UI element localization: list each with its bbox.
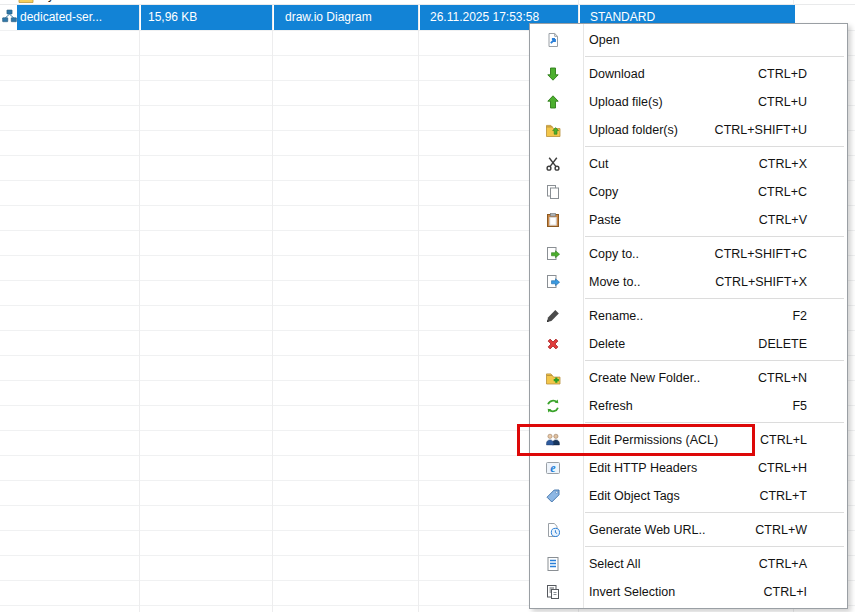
menu-item-label: Paste xyxy=(589,213,621,227)
menu-item-shortcut: CTRL+L xyxy=(760,433,847,447)
menu-item-label: Edit Permissions (ACL) xyxy=(589,433,718,447)
menu-item-label: Invert Selection xyxy=(589,585,675,599)
menu-item-generate-web-url[interactable]: Generate Web URL..CTRL+W xyxy=(530,516,847,544)
menu-item-invert-selection[interactable]: Invert SelectionCTRL+I xyxy=(530,578,847,606)
menu-item-cut[interactable]: CutCTRL+X xyxy=(530,150,847,178)
web-url-icon xyxy=(543,520,563,540)
copy-icon xyxy=(543,182,563,202)
copy-to-icon xyxy=(543,244,563,264)
menu-item-shortcut: F5 xyxy=(792,399,847,413)
menu-separator xyxy=(585,236,844,237)
file-type-cell: draw.io Diagram xyxy=(274,5,418,30)
menu-item-open[interactable]: Open xyxy=(530,26,847,54)
menu-item-shortcut: CTRL+SHIFT+X xyxy=(715,275,847,289)
menu-item-label: Cut xyxy=(589,157,608,171)
partial-folder-name: My new folder xyxy=(38,0,113,2)
open-icon xyxy=(543,30,563,50)
paste-icon xyxy=(543,210,563,230)
cut-icon xyxy=(543,154,563,174)
menu-item-label: Create New Folder.. xyxy=(589,371,700,385)
folder-icon xyxy=(18,0,34,4)
menu-item-shortcut: CTRL+SHIFT+U xyxy=(715,123,847,137)
column-gridline xyxy=(418,0,419,612)
menu-separator xyxy=(585,298,844,299)
menu-item-label: Upload folder(s) xyxy=(589,123,678,137)
menu-item-copy-to[interactable]: Copy to..CTRL+SHIFT+C xyxy=(530,240,847,268)
menu-separator xyxy=(585,56,844,57)
http-headers-icon: e xyxy=(543,458,563,478)
invert-selection-icon xyxy=(543,582,563,602)
menu-item-shortcut: CTRL+H xyxy=(758,461,847,475)
menu-item-shortcut: CTRL+N xyxy=(758,371,847,385)
menu-item-label: Move to.. xyxy=(589,275,640,289)
menu-item-shortcut: CTRL+W xyxy=(755,523,847,537)
partial-folder-row[interactable]: My new folder xyxy=(0,0,520,4)
menu-item-shortcut: CTRL+T xyxy=(759,489,847,503)
menu-item-shortcut: CTRL+C xyxy=(758,185,847,199)
menu-item-label: Copy xyxy=(589,185,618,199)
create-folder-icon xyxy=(543,368,563,388)
menu-item-shortcut: CTRL+SHIFT+C xyxy=(715,247,847,261)
menu-item-shortcut: DELETE xyxy=(758,337,847,351)
file-name-cell: dedicated-ser... xyxy=(17,5,139,30)
delete-icon xyxy=(543,334,563,354)
column-gridline xyxy=(272,0,273,612)
context-menu: OpenDownloadCTRL+DUpload file(s)CTRL+UUp… xyxy=(529,23,848,609)
menu-item-label: Upload file(s) xyxy=(589,95,663,109)
menu-item-paste[interactable]: PasteCTRL+V xyxy=(530,206,847,234)
menu-item-upload-file-s[interactable]: Upload file(s)CTRL+U xyxy=(530,88,847,116)
menu-item-label: Delete xyxy=(589,337,625,351)
menu-item-label: Download xyxy=(589,67,645,81)
menu-item-refresh[interactable]: RefreshF5 xyxy=(530,392,847,420)
menu-separator xyxy=(585,422,844,423)
file-manager-window: My new folder dedicated-ser... 15,96 KB … xyxy=(0,0,855,612)
file-size-cell: 15,96 KB xyxy=(141,5,272,30)
menu-item-rename[interactable]: Rename..F2 xyxy=(530,302,847,330)
menu-item-move-to[interactable]: Move to..CTRL+SHIFT+X xyxy=(530,268,847,296)
menu-item-label: Edit Object Tags xyxy=(589,489,680,503)
menu-separator xyxy=(585,546,844,547)
column-gridline xyxy=(139,0,140,612)
menu-item-shortcut: CTRL+D xyxy=(758,67,847,81)
menu-item-shortcut: CTRL+X xyxy=(759,157,847,171)
menu-item-edit-object-tags[interactable]: Edit Object TagsCTRL+T xyxy=(530,482,847,510)
menu-item-shortcut: F2 xyxy=(792,309,847,323)
menu-item-upload-folder-s[interactable]: Upload folder(s)CTRL+SHIFT+U xyxy=(530,116,847,144)
menu-separator xyxy=(585,146,844,147)
menu-item-label: Refresh xyxy=(589,399,633,413)
menu-item-select-all[interactable]: Select AllCTRL+A xyxy=(530,550,847,578)
object-tags-icon xyxy=(543,486,563,506)
select-all-icon xyxy=(543,554,563,574)
menu-item-label: Open xyxy=(589,33,620,47)
menu-separator xyxy=(585,512,844,513)
menu-item-label: Rename.. xyxy=(589,309,643,323)
menu-item-shortcut: CTRL+U xyxy=(758,95,847,109)
upload-folder-icon xyxy=(543,120,563,140)
menu-item-label: Select All xyxy=(589,557,640,571)
download-icon xyxy=(543,64,563,84)
move-to-icon xyxy=(543,272,563,292)
menu-item-shortcut: CTRL+A xyxy=(759,557,847,571)
menu-item-label: Edit HTTP Headers xyxy=(589,461,697,475)
menu-item-shortcut: CTRL+I xyxy=(764,585,847,599)
menu-item-create-new-folder[interactable]: Create New Folder..CTRL+N xyxy=(530,364,847,392)
svg-text:e: e xyxy=(550,461,556,475)
menu-separator xyxy=(585,360,844,361)
edit-permissions-icon xyxy=(543,430,563,450)
menu-item-label: Generate Web URL.. xyxy=(589,523,706,537)
menu-item-label: Copy to.. xyxy=(589,247,639,261)
menu-item-download[interactable]: DownloadCTRL+D xyxy=(530,60,847,88)
upload-file-icon xyxy=(543,92,563,112)
menu-item-shortcut: CTRL+V xyxy=(759,213,847,227)
refresh-icon xyxy=(543,396,563,416)
drawio-file-icon xyxy=(2,9,17,24)
menu-item-edit-http-headers[interactable]: eEdit HTTP HeadersCTRL+H xyxy=(530,454,847,482)
menu-item-edit-permissions-acl[interactable]: Edit Permissions (ACL)CTRL+L xyxy=(530,426,847,454)
menu-item-copy[interactable]: CopyCTRL+C xyxy=(530,178,847,206)
rename-icon xyxy=(543,306,563,326)
menu-item-delete[interactable]: DeleteDELETE xyxy=(530,330,847,358)
